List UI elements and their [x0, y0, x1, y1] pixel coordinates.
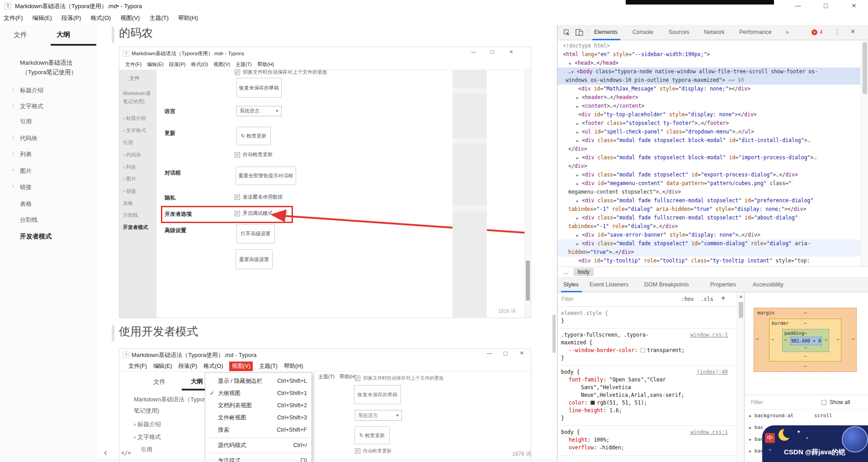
chevron-right-icon[interactable]: › [12, 86, 14, 92]
menu-item-3[interactable]: 格式(O) [191, 61, 208, 68]
collapse-arrow-icon[interactable]: ▶ [749, 437, 751, 442]
menu-item-1[interactable]: 编辑(E) [33, 14, 52, 22]
computed-filter[interactable]: Filter [751, 399, 763, 405]
collapse-arrow-icon[interactable]: ▶ [749, 414, 751, 418]
dom-node[interactable]: </div> [557, 162, 860, 171]
breadcrumb-body[interactable]: body [574, 268, 594, 276]
status-back-icon[interactable]: ‹ [104, 447, 107, 457]
menu-item-3[interactable]: 格式(O) [90, 14, 111, 22]
css-rule[interactable]: window.css:1.typora-fullscreen, .typora-… [557, 329, 737, 366]
s1-language-select[interactable]: 系统语言▼ [236, 106, 282, 116]
css-property[interactable]: overflow: ▸hidden; [561, 444, 733, 452]
chevron-right-icon[interactable]: › [12, 150, 14, 156]
dom-node[interactable]: ▶<div class="modal fade fullscreen-modal… [557, 214, 860, 222]
s1-scrollbar-thumb[interactable] [526, 261, 530, 300]
new-style-rule-button[interactable]: + [721, 294, 725, 302]
devtools-tab-elements[interactable]: Elements [594, 29, 618, 35]
dom-node[interactable]: <div id="ty-tooltip" role="tooltip" clas… [557, 257, 860, 265]
collapse-arrow-icon[interactable]: ▶ [576, 171, 582, 180]
error-badge-icon[interactable]: ✕ [811, 29, 817, 35]
collapse-arrow-icon[interactable]: ▶ [576, 119, 582, 128]
menu-item-2[interactable]: 段落(P) [179, 362, 198, 370]
css-property[interactable]: line-height: 1.6; [561, 407, 733, 414]
menu-item-5[interactable]: 主题(T) [149, 14, 169, 22]
menu-item-6[interactable]: 帮助(H) [284, 362, 303, 370]
elements-scrollbar[interactable] [861, 40, 868, 267]
box-model[interactable]: margin − − − − border − − − − padding − … [754, 308, 857, 372]
devtools-tab-performance[interactable]: Performance [739, 29, 772, 35]
s1-reset-advanced-button[interactable]: 重置高级设置 [236, 249, 273, 269]
menu-item-0[interactable]: 文件(F) [4, 14, 23, 22]
menu-item-6[interactable]: 帮助(H) [257, 61, 274, 68]
dom-node[interactable]: ▶<head>…</head> [557, 59, 860, 67]
devtools-tab-console[interactable]: Console [632, 29, 653, 35]
css-rule[interactable]: window.css:1body {height: 100%;overflow:… [557, 426, 737, 456]
collapse-arrow-icon[interactable]: ▶ [576, 180, 582, 188]
view-menu-item[interactable]: 文件树视图Ctrl+Shift+3 [205, 412, 311, 424]
view-menu-item[interactable]: 文档列表视图Ctrl+Shift+2 [205, 400, 311, 412]
elements-scrollbar-thumb[interactable] [863, 42, 867, 94]
dom-node[interactable]: ▶<div class="modal fade stopselect block… [557, 153, 860, 162]
view-menu-item[interactable]: 显示 / 隐藏侧边栏Ctrl+Shift+L [205, 375, 311, 387]
styles-filter-input[interactable]: Filter [561, 296, 574, 302]
css-rule[interactable]: element.style {} [557, 307, 737, 329]
styles-scrollbar[interactable] [737, 293, 744, 462]
collapse-arrow-icon[interactable]: ▶ [576, 214, 582, 223]
dom-node[interactable]: windows os-windows-10 pin-outline typora… [557, 76, 860, 85]
menu-item-2[interactable]: 段落(P) [61, 14, 81, 22]
devtools-tab-network[interactable]: Network [704, 29, 725, 35]
styles-scrollbar-thumb[interactable] [739, 302, 743, 318]
rule-source-link[interactable]: window.css:1 [690, 331, 728, 339]
menu-item-6[interactable]: 帮助(H) [178, 14, 198, 22]
dom-node[interactable]: ▶<div class="modal fade stopselect" id="… [557, 239, 860, 248]
styles-tab-event-listeners[interactable]: Event Listeners [590, 281, 628, 288]
css-property[interactable]: --window-border-color: transparent; [561, 347, 733, 354]
collapse-arrow-icon[interactable]: ▶ [576, 154, 582, 162]
devtools-tab-sources[interactable]: Sources [669, 29, 689, 35]
collapse-arrow-icon[interactable]: ▶ [576, 240, 582, 248]
dom-node[interactable]: ▶<div class="modal fade fullscreen-modal… [557, 196, 860, 205]
dom-node[interactable]: <div id="ty-top-placeholder" style="disp… [557, 110, 860, 119]
collapse-arrow-icon[interactable]: ▶ [576, 102, 582, 111]
maximize-button[interactable]: ▢ [819, 2, 833, 9]
s1-check-update-button[interactable]: ↻ 检查更新 [236, 127, 271, 145]
collapse-arrow-icon[interactable]: ▶ [576, 137, 582, 145]
rule-source-link[interactable]: window.css:1 [690, 429, 728, 436]
dom-node[interactable]: <div id="MathJax_Message" style="display… [557, 85, 860, 93]
menu-item-view-highlighted[interactable]: 视图(V) [229, 362, 253, 371]
dom-node[interactable]: ▶<header>…</header> [557, 93, 860, 102]
dom-node[interactable]: ▶<ul id="spell-check-panel" class="dropd… [557, 128, 860, 136]
minimize-button[interactable]: — [791, 2, 805, 9]
collapse-arrow-icon[interactable]: ▶ [749, 425, 751, 430]
chevron-right-icon[interactable]: › [12, 183, 14, 189]
view-menu-item[interactable]: 专注模式F8 [205, 455, 311, 462]
menu-item-5[interactable]: 主题(T) [259, 362, 278, 370]
dom-node[interactable]: ▶<div class="modal fade stopselect block… [557, 136, 860, 145]
menu-item-0[interactable]: 文件(F) [128, 362, 147, 370]
s1-send-data-checkbox[interactable]: ✓发送匿名使用数据 [235, 194, 283, 200]
collapse-arrow-icon[interactable]: ▶ [576, 231, 582, 240]
chevron-right-icon[interactable]: › [12, 167, 14, 172]
menu-item-1[interactable]: 编辑(E) [153, 362, 172, 370]
dom-node[interactable]: megamenu-content stopselect">…</div> [557, 188, 860, 196]
chevron-right-icon[interactable]: › [12, 102, 14, 108]
dom-node[interactable]: ▶<div id="save-error-banner" style="disp… [557, 231, 860, 239]
styles-tab-properties[interactable]: Properties [710, 281, 736, 288]
menu-item-4[interactable]: 视图(V) [120, 14, 140, 22]
view-menu-item[interactable]: 搜索Ctrl+Shift+F [205, 424, 311, 436]
menu-item-0[interactable]: 文件(F) [125, 61, 142, 68]
hov-toggle[interactable]: :hov [681, 296, 694, 302]
collapse-arrow-icon[interactable]: ▶ [576, 94, 582, 102]
editor-scrollbar[interactable] [552, 314, 556, 353]
devtools-close-icon[interactable]: ✕ [850, 28, 855, 35]
more-tabs-icon[interactable]: » [786, 29, 789, 35]
close-button[interactable]: ✕ [847, 2, 861, 9]
menu-item-3[interactable]: 格式(O) [203, 362, 223, 370]
s1-scrollbar[interactable] [524, 70, 530, 318]
css-rule[interactable]: (index):40body {font-family: "Open Sans"… [557, 366, 737, 426]
dom-node[interactable]: …▼<body class="typora-node native-window… [557, 67, 860, 76]
s1-autosave-checkbox[interactable]: ✓切换文件时自动保存对上个文件的更改 [235, 69, 327, 76]
s1-debug-mode-checkbox[interactable]: ✓开启调试模式 [235, 210, 273, 217]
dom-node[interactable]: tabindex="-1" role="dialog" aria-hidden=… [557, 205, 860, 214]
dom-node[interactable]: ▶<footer class="stopselect ty-footer">…<… [557, 119, 860, 128]
